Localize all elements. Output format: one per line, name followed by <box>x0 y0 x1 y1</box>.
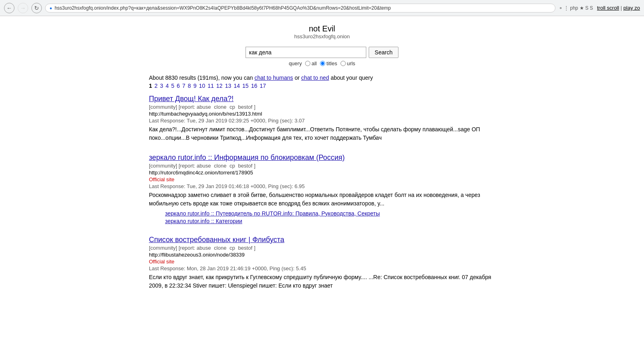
page-link-4[interactable]: 4 <box>165 83 169 89</box>
page-link-1[interactable]: 1 <box>149 83 152 89</box>
titles-option[interactable]: titles <box>320 60 337 66</box>
page-link-16[interactable]: 16 <box>251 83 258 89</box>
search-form: Search <box>246 47 398 58</box>
troll-scroll-link[interactable]: troll scroll <box>597 5 619 11</box>
page-link-10[interactable]: 10 <box>199 83 205 89</box>
meta-link-clone[interactable]: clone <box>214 104 227 110</box>
page-link-15[interactable]: 15 <box>242 83 249 89</box>
page-link-11[interactable]: 11 <box>208 83 214 89</box>
page-link-3[interactable]: 3 <box>160 83 163 89</box>
site-domain: hss3uro2hsxfogfq.onion <box>149 33 495 39</box>
sub-link-1-0[interactable]: зеркало rutor.info :: Путеводитель по RU… <box>165 210 495 217</box>
meta-link-cp[interactable]: cp <box>229 245 235 251</box>
all-option[interactable]: all <box>305 60 317 66</box>
page-link-8[interactable]: 8 <box>188 83 191 89</box>
search-area: Search query all titles urls <box>149 47 495 66</box>
results-summary: About 8830 results (191ms), now you can <box>149 75 253 81</box>
urls-radio[interactable] <box>341 61 346 66</box>
chat-humans-link[interactable]: chat to humans <box>254 75 293 81</box>
page-link-9[interactable]: 9 <box>193 83 196 89</box>
meta-link-clone[interactable]: clone <box>214 245 227 251</box>
meta-link-bestof[interactable]: bestof <box>238 163 252 169</box>
page-link-13[interactable]: 13 <box>225 83 231 89</box>
meta-link-bestof[interactable]: bestof <box>238 104 252 110</box>
result-item-0: Привет Двощ! Как дела?![community] [repo… <box>149 95 495 142</box>
url-text: hss3uro2hsxfogfq.onion/index.php?q=как+д… <box>55 5 551 11</box>
result-title-2: Список востребованных книг | Флибуста <box>149 236 495 244</box>
result-meta-2: [community] [report: abuse clone cp best… <box>149 245 495 251</box>
meta-link-abuse[interactable]: abuse <box>196 104 211 110</box>
refresh-button[interactable]: ↻ <box>31 3 42 13</box>
extensions-area: ⚬ ⋮ php ★ S S <box>559 5 593 11</box>
result-title-link-2[interactable]: Список востребованных книг | Флибуста <box>149 236 284 244</box>
result-title-link-0[interactable]: Привет Двощ! Как дела?! <box>149 95 233 103</box>
official-site-1: Official site <box>149 176 495 182</box>
site-title: not Evil <box>149 24 495 33</box>
meta-link-bestof[interactable]: bestof <box>238 245 252 251</box>
page-link-2[interactable]: 2 <box>155 83 158 89</box>
result-item-2: Список востребованных книг | Флибуста[co… <box>149 236 495 290</box>
search-button[interactable]: Search <box>369 47 398 58</box>
browser-right-controls: ⚬ ⋮ php ★ S S troll scroll | play zo <box>559 5 640 11</box>
result-url-2: http://flibustahezeous3.onion/node/38339 <box>149 252 495 258</box>
sub-link-1-1[interactable]: зеркало rutor.info :: Категории <box>165 218 495 224</box>
sub-results-1: зеркало rutor.info :: Путеводитель по RU… <box>165 210 495 224</box>
official-site-2: Official site <box>149 259 495 265</box>
result-meta-1: [community] [report: abuse clone cp best… <box>149 163 495 169</box>
browser-toolbar: ← → ↻ ● hss3uro2hsxfogfq.onion/index.php… <box>0 0 644 16</box>
chat-ned-link[interactable]: chat to ned <box>301 75 329 81</box>
result-item-1: зеркало rutor.info :: Информация по блок… <box>149 153 495 224</box>
result-snippet-1: Роскомнадзор заметно сливает в этой битв… <box>149 191 495 208</box>
result-ping-2: Last Response: Mon, 28 Jan 2019 21:46:19… <box>149 265 495 271</box>
result-title-0: Привет Двощ! Как дела?! <box>149 95 495 103</box>
titles-radio[interactable] <box>320 61 325 66</box>
meta-link-abuse[interactable]: abuse <box>196 245 211 251</box>
result-title-1: зеркало rutor.info :: Информация по блок… <box>149 153 495 162</box>
results-list: Привет Двощ! Как дела?![community] [repo… <box>149 95 495 290</box>
results-info: About 8830 results (191ms), now you can … <box>149 75 495 89</box>
result-snippet-2: Если кто вдруг знает, как прикрутить к Г… <box>149 273 495 290</box>
meta-link-clone[interactable]: clone <box>214 163 227 169</box>
all-radio[interactable] <box>305 61 310 66</box>
forward-button[interactable]: → <box>18 3 28 13</box>
meta-link-abuse[interactable]: abuse <box>196 163 211 169</box>
troll-links: troll scroll | play zo <box>597 5 640 11</box>
play-zo-link[interactable]: play zo <box>623 5 640 11</box>
result-url-1: http://rutorc6mqdinc4cz.onion/torrent/17… <box>149 170 495 176</box>
result-meta-0: [community] [report: abuse clone cp best… <box>149 104 495 110</box>
page-content: not Evil hss3uro2hsxfogfq.onion Search q… <box>141 16 503 309</box>
result-ping-1: Last Response: Tue, 29 Jan 2019 01:46:18… <box>149 183 495 189</box>
query-label: query <box>289 60 302 66</box>
result-url-0: http://tumbachegvyaadyq.onion/b/res/1391… <box>149 111 495 117</box>
search-options: query all titles urls <box>149 60 495 66</box>
pagination: 1234567891011121314151617 <box>149 83 495 89</box>
urls-option[interactable]: urls <box>341 60 355 66</box>
meta-link-cp[interactable]: cp <box>229 163 235 169</box>
page-link-17[interactable]: 17 <box>260 83 266 89</box>
lock-icon: ● <box>50 6 52 10</box>
page-link-5[interactable]: 5 <box>171 83 174 89</box>
page-link-14[interactable]: 14 <box>233 83 240 89</box>
page-link-7[interactable]: 7 <box>182 83 186 89</box>
page-link-12[interactable]: 12 <box>216 83 223 89</box>
result-snippet-0: Как дела?!...Достигнут лимит постов...До… <box>149 125 495 142</box>
page-link-6[interactable]: 6 <box>177 83 180 89</box>
meta-link-cp[interactable]: cp <box>229 104 235 110</box>
result-ping-0: Last Response: Tue, 29 Jan 2019 02:39:25… <box>149 118 495 124</box>
search-input[interactable] <box>246 47 366 58</box>
address-bar[interactable]: ● hss3uro2hsxfogfq.onion/index.php?q=как… <box>45 4 555 12</box>
result-title-link-1[interactable]: зеркало rutor.info :: Информация по блок… <box>149 153 345 162</box>
back-button[interactable]: ← <box>4 3 14 13</box>
site-header: not Evil hss3uro2hsxfogfq.onion <box>149 24 495 39</box>
